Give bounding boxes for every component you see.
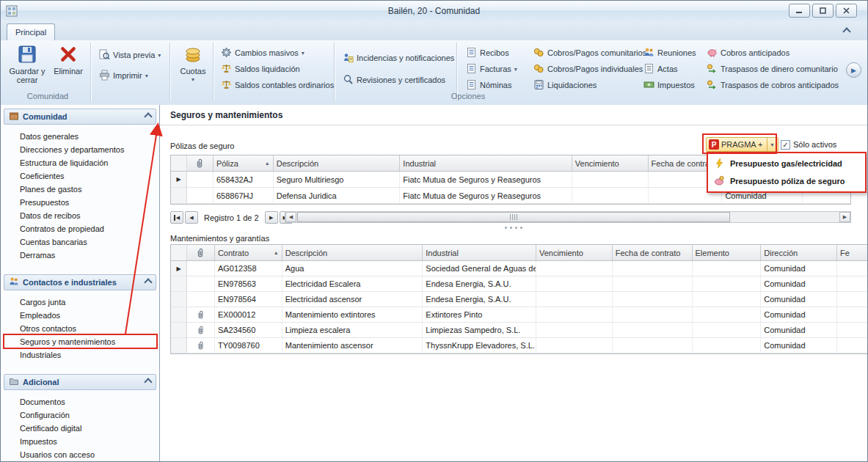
attachment-cell[interactable]	[187, 338, 215, 353]
attachment-cell[interactable]	[187, 323, 215, 337]
sidebar-item-seguros-mantenimientos[interactable]: Seguros y mantenimientos	[4, 335, 156, 348]
cell-contrato[interactable]: TY0098760	[215, 338, 282, 353]
cell-elemento[interactable]	[693, 307, 762, 322]
attachment-column-header[interactable]	[187, 245, 215, 260]
cell-elemento[interactable]	[693, 276, 762, 291]
cell-industrial[interactable]: Endesa Energia, S.A.U.	[423, 276, 536, 291]
eliminar-button[interactable]: Eliminar	[49, 43, 87, 92]
attachment-cell[interactable]	[187, 276, 215, 291]
incidencias-button[interactable]: Incidencias y notificaciones	[340, 51, 457, 65]
cuotas-button[interactable]: Cuotas ▾	[174, 43, 212, 92]
sidebar-item-direcciones[interactable]: Direcciones y departamentos	[4, 143, 156, 156]
cell-elemento[interactable]	[693, 292, 762, 307]
cell-descripcion[interactable]: Mantenimiento ascensor	[282, 338, 423, 353]
table-row[interactable]: EN978564 Electricidad ascensor Endesa En…	[171, 292, 867, 307]
cell-elemento[interactable]	[693, 338, 762, 353]
first-record-button[interactable]: ◀	[170, 211, 183, 224]
cell-direccion[interactable]: Comunidad	[761, 276, 837, 291]
cell-vencimiento[interactable]	[572, 188, 649, 203]
cell-fecha-contrato[interactable]	[613, 292, 693, 307]
cell-contrato[interactable]: AG012358	[215, 261, 282, 276]
sidebar-item-estructura-liquidacion[interactable]: Estructura de liquidación	[4, 156, 156, 169]
row-indicator[interactable]	[171, 276, 187, 291]
column-header-descripcion[interactable]: Descripción	[282, 245, 423, 260]
sidebar-item-documentos[interactable]: Documentos	[4, 395, 156, 408]
cell-fecha-contrato[interactable]	[613, 276, 693, 291]
attachment-column-header[interactable]	[187, 155, 214, 171]
tab-principal[interactable]: Principal	[7, 23, 55, 41]
sidebar-item-cargos-junta[interactable]: Cargos junta	[4, 296, 156, 309]
attachment-cell[interactable]	[187, 188, 214, 203]
sidebar-item-contratos-propiedad[interactable]: Contratos de propiedad	[4, 222, 156, 235]
cell-direccion[interactable]: Comunidad	[761, 323, 837, 337]
sidebar-group-header-comunidad[interactable]: Comunidad	[4, 109, 156, 125]
column-header-descripcion[interactable]: Descripción	[274, 155, 401, 171]
sidebar-group-header-contactos[interactable]: Contactos e industriales	[4, 274, 156, 290]
column-header-contrato[interactable]: Contrato▲	[215, 245, 282, 260]
previous-record-button[interactable]: ◀	[185, 211, 198, 224]
menu-item-presupuesto-poliza-seguro[interactable]: Presupuesto póliza de seguro	[708, 172, 865, 190]
pragma-button[interactable]: P PRAGMA + ▾	[706, 137, 778, 152]
nominas-button[interactable]: Nóminas	[463, 78, 514, 92]
column-header-industrial[interactable]: Industrial	[400, 155, 572, 171]
cell-descripcion[interactable]: Limpieza escalera	[282, 323, 423, 337]
splitter-handle[interactable]	[505, 227, 522, 229]
collapse-ribbon-button[interactable]	[841, 27, 853, 36]
cell-industrial[interactable]: Limpiezas Sampedro, S.L.	[423, 323, 536, 337]
guardar-y-cerrar-button[interactable]: Guardar y cerrar	[8, 43, 46, 92]
cell-elemento[interactable]	[693, 323, 762, 337]
table-row[interactable]: TY0098760 Mantenimiento ascensor ThyssnK…	[171, 338, 867, 353]
column-header-fe[interactable]: Fe	[837, 245, 867, 260]
column-header-poliza[interactable]: Póliza▲	[214, 155, 274, 171]
close-button[interactable]	[836, 4, 857, 18]
row-indicator[interactable]	[171, 323, 187, 337]
cobros-anticipados-button[interactable]: Cobros anticipados	[704, 45, 792, 60]
cell-fecha-contrato[interactable]	[613, 307, 693, 322]
sidebar-item-industriales[interactable]: Industriales	[4, 348, 156, 362]
row-indicator[interactable]	[171, 307, 187, 322]
row-indicator[interactable]	[171, 188, 187, 203]
cell-industrial[interactable]: Extintores Pinto	[423, 307, 536, 322]
sidebar-item-usuarios-acceso[interactable]: Usuarios con acceso	[4, 448, 156, 461]
attachment-cell[interactable]	[187, 292, 215, 307]
saldos-contables-button[interactable]: Saldos contables ordinarios	[218, 78, 337, 92]
cell-industrial[interactable]: Fiatc Mutua de Seguros y Reaseguros	[400, 172, 572, 187]
sidebar-item-certificado-digital[interactable]: Certificado digital	[4, 422, 156, 435]
column-header-industrial[interactable]: Industrial	[423, 245, 536, 260]
column-header-vencimiento[interactable]: Vencimiento	[572, 155, 649, 171]
revisiones-button[interactable]: Revisiones y certificados	[340, 73, 448, 87]
cell-fecha-contrato[interactable]	[613, 338, 693, 353]
attachment-cell[interactable]	[187, 172, 214, 187]
attachment-cell[interactable]	[187, 307, 215, 322]
horizontal-scrollbar[interactable]: ◀ ▶	[285, 211, 851, 223]
sidebar-item-datos-recibos[interactable]: Datos de recibos	[4, 209, 156, 222]
cell-contrato[interactable]: EX000012	[215, 307, 282, 322]
cell-contrato[interactable]: EN978564	[215, 292, 282, 307]
sidebar-item-impuestos[interactable]: Impuestos	[4, 435, 156, 448]
liquidaciones-button[interactable]: Liquidaciones	[530, 78, 599, 92]
row-indicator[interactable]: ▶	[171, 172, 187, 187]
cobros-pagos-individuales-button[interactable]: Cobros/Pagos individuales	[530, 62, 646, 76]
column-header-fecha-contrato[interactable]: Fecha de contrato	[613, 245, 693, 260]
sidebar-item-configuracion[interactable]: Configuración	[4, 408, 156, 422]
cell-elemento[interactable]	[693, 261, 762, 276]
cell-vencimiento[interactable]	[536, 323, 613, 337]
cell-direccion[interactable]: Comunidad	[761, 338, 837, 353]
vista-previa-button[interactable]: Vista previa ▾	[96, 48, 164, 62]
cell-fecha-contrato[interactable]	[613, 323, 693, 337]
column-header-direccion[interactable]: Dirección	[761, 245, 837, 260]
cell-direccion[interactable]: Comunidad	[761, 261, 837, 276]
row-indicator[interactable]: ▶	[171, 261, 187, 276]
column-header-vencimiento[interactable]: Vencimiento	[536, 245, 613, 260]
cell-descripcion[interactable]: Defensa Juridica	[274, 188, 401, 203]
cell-industrial[interactable]: ThyssnKrupp Elevadores, S.L.	[423, 338, 536, 353]
cell-industrial[interactable]: Endesa Energia, S.A.U.	[423, 292, 536, 307]
cell-descripcion[interactable]: Electricidad Escalera	[282, 276, 423, 291]
cell-vencimiento[interactable]	[572, 172, 649, 187]
saldos-liquidacion-button[interactable]: Saldos liquidación	[218, 62, 303, 76]
cell-poliza[interactable]: 658432AJ	[214, 172, 274, 187]
cell-industrial[interactable]: Sociedad General de Aguas de...	[423, 261, 536, 276]
cell-contrato[interactable]: SA234560	[215, 323, 282, 337]
scrollbar-thumb[interactable]	[297, 212, 730, 222]
cell-vencimiento[interactable]	[536, 307, 613, 322]
